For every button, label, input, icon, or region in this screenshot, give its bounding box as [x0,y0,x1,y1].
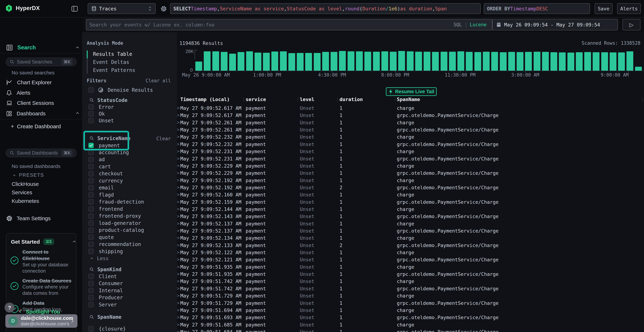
sidebar-item-dashboards[interactable]: Dashboards [6,110,46,117]
table-row[interactable]: >May 27 9:09:52.160 AMpaymentUnset1charg… [176,191,644,198]
filter-option-producer[interactable]: Producer [88,294,123,301]
checkbox[interactable] [88,199,94,205]
help-button[interactable]: ? [4,302,15,313]
table-row[interactable]: >May 27 9:09:52.229 AMpaymentUnset1charg… [176,162,644,170]
filter-option-shipping[interactable]: shipping [88,248,123,255]
checkbox[interactable] [88,242,94,247]
column-header-service[interactable]: service [246,96,266,102]
checkbox[interactable] [88,192,94,198]
histogram-bar[interactable] [550,52,557,71]
table-row[interactable]: >May 27 9:09:52.159 AMpaymentUnset1grpc.… [176,198,644,206]
table-row[interactable]: >May 27 9:09:51.729 AMpaymentUnset1grpc.… [176,300,644,307]
histogram-bar[interactable] [491,52,498,71]
table-row[interactable]: >May 27 9:09:52.143 AMpaymentUnset1grpc.… [176,213,644,220]
checkbox[interactable] [88,281,94,286]
filter-option-product-catalog[interactable]: product-catalog [88,227,144,234]
histogram-bar[interactable] [508,52,515,71]
checkbox[interactable] [88,302,94,307]
table-row[interactable]: >May 27 9:09:52.122 AMpaymentUnset1charg… [176,249,644,256]
filter-option-load-generator[interactable]: load-generator [88,220,141,227]
histogram-bar[interactable] [330,52,338,71]
checkbox[interactable] [88,288,94,293]
table-row[interactable]: >May 27 9:09:52.232 AMpaymentUnset1charg… [176,134,644,140]
filter-group-header-servicename[interactable]: ServiceName [90,135,130,142]
histogram-bar[interactable] [601,52,608,71]
table-row[interactable]: >May 27 9:09:52.121 AMpaymentUnset1grpc.… [176,256,644,263]
results-histogram[interactable] [195,51,644,71]
row-expand-chevron-icon[interactable]: > [177,163,180,168]
source-settings-gear-icon[interactable] [160,5,167,12]
denoise-results-toggle[interactable]: Denoise Results [88,86,153,94]
column-header-timestamp-local-[interactable]: Timestamp (Local) [180,96,230,102]
table-row[interactable]: >May 27 9:09:51.935 AMpaymentUnset1charg… [176,264,644,271]
create-dashboard-button[interactable]: + Create Dashboard [11,123,61,130]
checkbox[interactable] [88,326,94,332]
chevron-up-icon[interactable] [75,46,80,50]
filter-group-header-spanname[interactable]: SpanName [90,314,122,320]
column-drag-handle-icon[interactable]: ⋮ [640,96,644,102]
histogram-bar[interactable] [195,62,202,71]
sql-select-editor[interactable]: SELECT Timestamp, ServiceName as service… [170,3,481,14]
row-expand-chevron-icon[interactable]: > [177,192,180,197]
table-row[interactable]: >May 27 9:09:51.693 AMpaymentUnset1grpc.… [176,314,644,321]
histogram-bar[interactable] [382,51,388,71]
analysis-mode-results-table[interactable]: Results Table [93,51,132,57]
saved-searches-input[interactable]: Saved Searches ⌘K [6,58,76,66]
row-expand-chevron-icon[interactable]: > [177,315,180,320]
row-expand-chevron-icon[interactable]: > [177,264,180,270]
row-expand-chevron-icon[interactable]: > [177,257,180,262]
column-header-duration[interactable]: duration [340,96,363,102]
filter-option-cart[interactable]: cart [88,163,111,170]
run-query-button[interactable]: ▷ [622,19,640,30]
histogram-bar[interactable] [254,52,261,71]
row-expand-chevron-icon[interactable]: > [177,127,180,132]
filter-option-frontend-proxy[interactable]: frontend-proxy [88,212,141,220]
row-expand-chevron-icon[interactable]: > [177,235,180,240]
histogram-bar[interactable] [474,52,481,71]
row-expand-chevron-icon[interactable]: > [177,142,180,147]
query-language-switch[interactable]: SQL | Lucene [454,19,486,30]
checkbox[interactable] [88,185,94,190]
row-expand-chevron-icon[interactable]: > [177,242,180,248]
filter-group-header-spankind[interactable]: SpanKind [90,266,122,273]
row-expand-chevron-icon[interactable]: > [177,278,180,284]
histogram-bar[interactable] [635,67,642,71]
row-expand-chevron-icon[interactable]: > [177,271,180,276]
filter-option-client[interactable]: Client [88,273,117,280]
histogram-bar[interactable] [584,52,591,71]
row-expand-chevron-icon[interactable]: > [177,221,180,226]
filter-option--closure-[interactable]: {closure} [88,325,126,332]
histogram-bar[interactable] [568,52,574,71]
table-row[interactable]: >May 27 9:09:52.617 AMpaymentUnset1charg… [176,105,644,112]
histogram-bar[interactable] [415,52,422,71]
filter-option-fraud-detection[interactable]: fraud-detection [88,198,144,206]
checkbox[interactable] [88,249,94,254]
row-expand-chevron-icon[interactable]: > [177,149,180,154]
histogram-bar[interactable] [593,52,600,71]
table-row[interactable]: >May 27 9:09:51.684 AMpaymentUnset1grpc.… [176,328,644,332]
table-row[interactable]: >May 27 9:09:52.261 AMpaymentUnset1charg… [176,119,644,126]
table-row[interactable]: >May 27 9:09:51.694 AMpaymentUnset1charg… [176,307,644,314]
checkbox[interactable] [88,214,94,219]
table-row[interactable]: >May 27 9:09:52.137 AMpaymentUnset1grpc.… [176,227,644,234]
row-expand-chevron-icon[interactable]: > [177,105,180,110]
date-range-picker[interactable]: May 26 09:09:54 - May 27 09:09:54 [492,19,618,30]
row-expand-chevron-icon[interactable]: > [177,300,180,306]
filter-option-quote[interactable]: quote [88,234,114,241]
table-row[interactable]: >May 27 9:09:52.231 AMpaymentUnset1grpc.… [176,155,644,162]
histogram-bar[interactable] [246,51,253,71]
table-row[interactable]: >May 27 9:09:52.137 AMpaymentUnset1charg… [176,220,644,227]
get-started-item-title[interactable]: Connect to ClickHouse [22,249,74,262]
table-row[interactable]: >May 27 9:09:51.729 AMpaymentUnset1charg… [176,292,644,300]
histogram-bar[interactable] [440,52,448,71]
get-started-header[interactable]: Get Started 3/3 [11,238,54,245]
column-header-level[interactable]: level [300,96,314,102]
row-expand-chevron-icon[interactable]: > [177,329,180,332]
filter-option-error[interactable]: Error [88,104,114,110]
user-menu[interactable]: D dale@clickhouse.com dale@clickhouse.co… [5,314,78,328]
filter-option-consumer[interactable]: Consumer [88,280,123,287]
filter-option-ad[interactable]: ad [88,156,105,163]
column-header-spanname[interactable]: SpanName [397,96,420,102]
histogram-bar[interactable] [466,52,472,71]
event-search-input[interactable]: Search your events w/ Lucene ex. column:… [86,19,492,30]
